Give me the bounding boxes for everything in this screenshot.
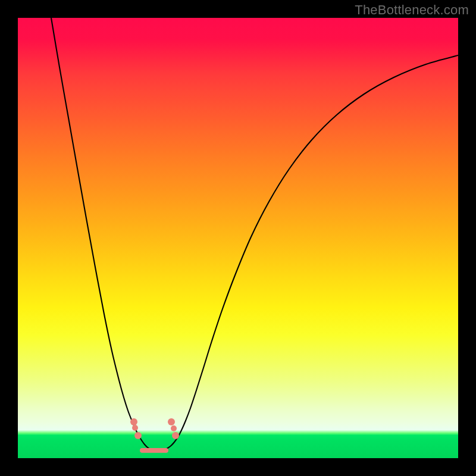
marker-dot bbox=[130, 418, 137, 425]
chart-svg bbox=[18, 18, 458, 458]
plot-frame bbox=[18, 18, 458, 458]
marker-dot bbox=[168, 418, 175, 425]
marker-dot bbox=[172, 432, 179, 439]
bottom-marker-bar bbox=[140, 448, 168, 453]
bottleneck-curve bbox=[51, 18, 458, 450]
marker-dot bbox=[132, 425, 138, 431]
watermark-text: TheBottleneck.com bbox=[355, 2, 469, 18]
marker-dot bbox=[171, 425, 177, 431]
marker-dots bbox=[130, 418, 179, 439]
marker-dot bbox=[134, 432, 142, 439]
